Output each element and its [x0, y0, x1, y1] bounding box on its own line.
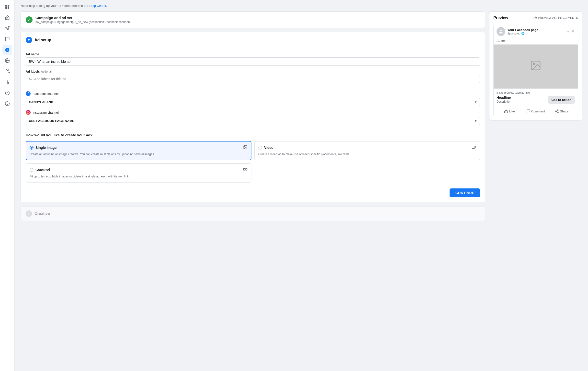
continue-section: CONTINUE	[26, 186, 480, 197]
ad-image-placeholder	[494, 44, 578, 88]
video-name-row: Video	[258, 146, 273, 150]
facebook-channel-label: Facebook channel	[33, 92, 58, 96]
step-badge-3: 3	[26, 210, 32, 217]
ad-name-input[interactable]: BW - What an incredible ad	[26, 57, 480, 66]
ad-type-carousel[interactable]: Carousel Fit up to ten scrollable images…	[26, 163, 251, 183]
instagram-channel-icon	[26, 110, 31, 115]
creative-title: Creative	[34, 211, 50, 216]
ad-link-section: link to promote (display link) Headline …	[494, 88, 578, 106]
ad-type-section: How would you like to create your ad? Si…	[26, 133, 480, 183]
avatar	[497, 27, 505, 36]
ad-link-display: link to promote (display link)	[497, 91, 575, 94]
help-center-link[interactable]: Help Center.	[89, 4, 107, 8]
ad-bottom-row: Headline Description Call to action	[497, 95, 575, 104]
app-layout: Need help setting up your ad? Read more …	[0, 0, 588, 371]
share-label: Share	[560, 109, 568, 113]
continue-button[interactable]: CONTINUE	[450, 188, 480, 197]
video-header: Video	[258, 145, 476, 150]
eye-icon	[533, 16, 537, 20]
left-column: ✓ Campaign and ad set bw_campaign (Engag…	[21, 11, 485, 225]
sidebar-icon-send[interactable]	[2, 23, 12, 33]
video-icon	[472, 145, 476, 150]
like-icon	[504, 109, 508, 113]
single-image-icon	[243, 145, 248, 150]
single-image-radio	[30, 146, 34, 150]
page-info: Your Facebook page Sponsored 🌐	[507, 28, 538, 35]
like-action[interactable]: Like	[497, 108, 523, 114]
ad-labels-input[interactable]	[34, 77, 477, 81]
ad-setup-header: 2 Ad setup	[26, 37, 480, 43]
sidebar-icon-clock[interactable]	[2, 88, 12, 98]
campaign-info: Campaign and ad set bw_campaign (Engagem…	[35, 16, 130, 24]
divider-1	[26, 48, 480, 48]
campaign-card: ✓ Campaign and ad set bw_campaign (Engag…	[21, 11, 485, 28]
carousel-radio	[30, 168, 34, 172]
page-name: Your Facebook page	[507, 28, 538, 32]
video-radio	[258, 146, 262, 150]
instagram-channel-row: Instagram channel	[26, 110, 480, 115]
comment-icon	[526, 109, 530, 113]
video-desc: Create a video ad to make use of video-s…	[258, 152, 476, 156]
divider-3	[26, 129, 480, 129]
ad-actions-row: Like Comment	[494, 106, 578, 116]
facebook-channel-group: f Facebook channel CANDYLALAND ▼	[26, 91, 480, 106]
ad-type-single-image[interactable]: Single image Create an	[26, 141, 251, 160]
svg-point-8	[6, 70, 8, 71]
svg-rect-3	[8, 7, 9, 9]
sidebar-icon-ads[interactable]	[2, 45, 12, 55]
step-badge-2: 2	[26, 37, 32, 43]
optional-badge: optional	[41, 70, 52, 73]
sidebar-icon-home[interactable]	[2, 13, 12, 22]
more-options-button[interactable]: ···	[565, 29, 569, 34]
svg-rect-0	[5, 5, 7, 7]
carousel-name: Carousel	[35, 168, 50, 172]
divider-2	[26, 87, 480, 87]
like-label: Like	[509, 109, 515, 113]
facebook-channel-icon: f	[26, 91, 31, 96]
svg-marker-21	[475, 146, 476, 148]
page-sponsored: Sponsored 🌐	[507, 32, 538, 35]
carousel-desc: Fit up to ten scrollable images or video…	[30, 175, 248, 179]
sidebar-icon-people[interactable]	[2, 66, 12, 76]
preview-all-label: PREVIEW ALL PLACEMENTS	[538, 16, 578, 20]
instagram-channel-select[interactable]: USE FACEBOOK PAGE NAME	[26, 117, 480, 125]
ad-labels-group: Ad labels optional 🏷	[26, 70, 480, 83]
facebook-channel-select-wrapper: CANDYLALAND ▼	[26, 98, 480, 106]
ad-type-video[interactable]: Video Create a video ad to make use of v…	[254, 141, 480, 160]
carousel-name-row: Carousel	[30, 168, 50, 172]
close-preview-button[interactable]: ✕	[571, 29, 575, 34]
instagram-channel-group: Instagram channel USE FACEBOOK PAGE NAME…	[26, 110, 480, 125]
content-grid: ✓ Campaign and ad set bw_campaign (Engag…	[21, 11, 582, 225]
sidebar-icon-chat[interactable]	[2, 34, 12, 44]
carousel-icon	[243, 167, 248, 173]
svg-point-30	[555, 111, 556, 112]
ad-type-grid-row2: Carousel Fit up to ten scrollable images…	[26, 163, 480, 183]
ad-name-label: Ad name	[26, 52, 480, 56]
sidebar-icon-smiley[interactable]	[2, 99, 12, 109]
facebook-channel-select[interactable]: CANDYLALAND	[26, 98, 480, 106]
svg-rect-24	[246, 168, 247, 170]
svg-point-31	[557, 112, 558, 113]
cta-button[interactable]: Call to action	[548, 96, 575, 104]
svg-point-18	[29, 112, 29, 112]
preview-header: Preview PREVIEW ALL PLACEMENTS	[493, 16, 578, 20]
single-image-name-row: Single image	[30, 146, 57, 150]
share-action[interactable]: Share	[549, 108, 575, 114]
ad-description: Description	[497, 100, 511, 103]
comment-action[interactable]: Comment	[523, 108, 549, 114]
help-text-prefix: Need help setting up your ad? Read more …	[21, 4, 89, 8]
ad-text-label: Ad text	[494, 39, 578, 44]
svg-rect-2	[5, 7, 7, 9]
ad-setup-card: 2 Ad setup Ad name BW - What an incredib…	[21, 32, 485, 202]
svg-rect-23	[244, 168, 246, 170]
preview-all-button[interactable]: PREVIEW ALL PLACEMENTS	[533, 16, 578, 20]
svg-point-25	[535, 17, 536, 18]
sidebar-icon-grid[interactable]	[2, 2, 12, 12]
preview-title: Preview	[493, 16, 508, 20]
sidebar-icon-chart[interactable]	[2, 77, 12, 87]
ad-type-grid: Single image Create an	[26, 141, 480, 160]
ad-labels-wrapper[interactable]: 🏷	[26, 75, 480, 83]
help-bar: Need help setting up your ad? Read more …	[21, 4, 582, 8]
preview-actions: ··· ✕	[565, 29, 575, 34]
sidebar-icon-globe[interactable]	[2, 56, 12, 65]
